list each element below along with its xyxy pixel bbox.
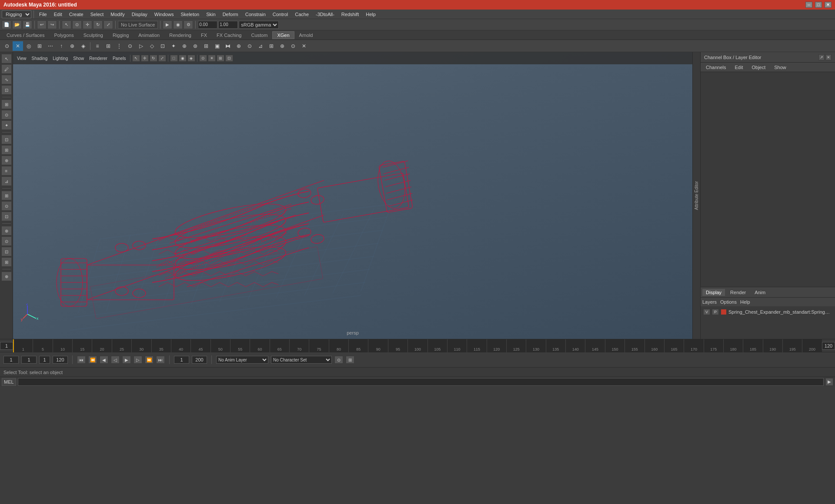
transform-btn[interactable]: ⊞	[1, 145, 12, 155]
play-back-btn[interactable]: ◁	[111, 356, 120, 364]
xgen-icon1[interactable]: ≡	[92, 41, 103, 51]
shelf-icon1[interactable]: ⊙	[2, 41, 12, 51]
step-back-btn[interactable]: ⏪	[88, 356, 97, 364]
playhead[interactable]	[13, 339, 14, 352]
range-end-input[interactable]	[192, 356, 207, 364]
current-frame-input[interactable]	[21, 356, 37, 364]
value1-input[interactable]	[198, 21, 217, 29]
sub-frame-input[interactable]	[39, 356, 50, 364]
shelf-icon5[interactable]: ⋯	[45, 41, 56, 51]
vp-wireframe-btn[interactable]: □	[170, 55, 178, 62]
render-settings-btn[interactable]: ⚙	[184, 20, 193, 29]
scale-tool-btn[interactable]: ⤢	[104, 20, 113, 29]
vp-select-btn[interactable]: ↖	[132, 55, 140, 62]
ipr-btn[interactable]: ◉	[173, 20, 183, 29]
close-button[interactable]: ✕	[825, 2, 832, 8]
misc-btn3[interactable]: ⊡	[1, 247, 12, 256]
vp-panels-menu[interactable]: Panels	[110, 56, 128, 61]
layer-tab-render[interactable]: Render	[727, 289, 749, 296]
menu-windows[interactable]: Windows	[151, 11, 177, 18]
menu-3dto[interactable]: -3DtoAll-	[313, 11, 337, 18]
mel-submit-btn[interactable]: ▶	[825, 378, 833, 386]
xform-btn[interactable]: ⊿	[1, 176, 12, 186]
tab-sculpting[interactable]: Sculpting	[79, 31, 108, 39]
move-tool-btn[interactable]: ✛	[83, 20, 92, 29]
pivot-btn[interactable]: ⊕	[1, 156, 12, 165]
step-forward-btn[interactable]: ⏩	[145, 356, 154, 364]
layer-menu-help[interactable]: Help	[740, 299, 750, 305]
menu-skeleton[interactable]: Skeleton	[177, 11, 202, 18]
vp-renderer-menu[interactable]: Renderer	[87, 56, 110, 61]
shelf-icon8[interactable]: ◈	[78, 41, 88, 51]
tab-rendering[interactable]: Rendering	[164, 31, 196, 39]
menu-help[interactable]: Help	[363, 11, 379, 18]
xgen-icon10[interactable]: ⊛	[190, 41, 200, 51]
magnet-btn[interactable]: ⊙	[1, 110, 12, 119]
xgen-icon20[interactable]: ✕	[299, 41, 309, 51]
save-scene-btn[interactable]: 💾	[23, 20, 32, 29]
layer-color-swatch[interactable]	[721, 309, 727, 315]
tab-rigging[interactable]: Rigging	[108, 31, 134, 39]
render-btn[interactable]: ▶	[163, 20, 172, 29]
rotate-tool-btn[interactable]: ↻	[93, 20, 103, 29]
tab-xgen[interactable]: XGen	[272, 31, 294, 39]
xgen-icon13[interactable]: ⧓	[223, 41, 233, 51]
menu-constrain[interactable]: Constrain	[242, 11, 269, 18]
timeline[interactable]: 1 5 10 15 20 25 30 35 40 45 50 55 60 65 …	[0, 339, 835, 352]
menu-modify[interactable]: Modify	[107, 11, 127, 18]
menu-cache[interactable]: Cache	[292, 11, 312, 18]
timeline-start-input[interactable]	[0, 342, 13, 350]
viewport-3d[interactable]: View Shading Lighting Show Renderer Pane…	[13, 52, 692, 339]
misc-btn[interactable]: ⊕	[1, 226, 12, 235]
curve-btn[interactable]: ∿	[1, 75, 12, 84]
vp-rotate-btn[interactable]: ↻	[150, 55, 157, 62]
shelf-icon6[interactable]: ↑	[56, 41, 67, 51]
xgen-icon6[interactable]: ◇	[147, 41, 157, 51]
layer-tab-display[interactable]: Display	[702, 289, 725, 296]
play-forward-btn[interactable]: ▶	[122, 356, 131, 364]
shelf-icon3[interactable]: ◎	[23, 41, 34, 51]
lasso-tool-btn[interactable]: ⊙	[72, 20, 82, 29]
cb-float-btn[interactable]: ↗	[818, 54, 825, 60]
vp-cam-btn[interactable]: ⊙	[199, 55, 207, 62]
go-to-start-btn[interactable]: ⏮	[77, 356, 86, 364]
char-set-btn2[interactable]: ⊞	[346, 356, 354, 364]
layer-tab-anim[interactable]: Anim	[751, 289, 769, 296]
frame-start-left[interactable]	[3, 356, 19, 364]
menu-control[interactable]: Control	[270, 11, 291, 18]
region-btn[interactable]: ⊡	[1, 135, 12, 144]
anim-layer-select[interactable]: No Anim Layer	[216, 356, 268, 364]
menu-deform[interactable]: Deform	[220, 11, 241, 18]
tab-curves-surfaces[interactable]: Curves / Surfaces	[2, 31, 49, 39]
shelf-icon7[interactable]: ⊕	[67, 41, 77, 51]
minimize-button[interactable]: ─	[805, 2, 812, 8]
misc-btn2[interactable]: ⊙	[1, 236, 12, 246]
range-start-input[interactable]	[174, 356, 189, 364]
cv-btn[interactable]: ✦	[1, 120, 12, 130]
blend-btn[interactable]: ⊞	[1, 191, 12, 200]
xgen-icon18[interactable]: ⊕	[277, 41, 287, 51]
select-mode-btn[interactable]: ↖	[1, 54, 12, 63]
cb-tab-show[interactable]: Show	[771, 64, 790, 71]
value2-input[interactable]	[218, 21, 238, 29]
xgen-icon3[interactable]: ⋮	[114, 41, 124, 51]
layer-visibility-btn[interactable]: V	[703, 309, 710, 315]
cb-tab-edit[interactable]: Edit	[731, 64, 746, 71]
misc-btn5[interactable]: ⊕	[1, 272, 12, 281]
layer-menu-options[interactable]: Options	[720, 299, 737, 305]
tab-polygons[interactable]: Polygons	[49, 31, 78, 39]
workspace-dropdown[interactable]: Rigging	[2, 10, 31, 18]
xgen-icon2[interactable]: ⊞	[103, 41, 114, 51]
sym-btn[interactable]: ≡	[1, 166, 12, 176]
vp-smooth-btn[interactable]: ◉	[179, 55, 187, 62]
xgen-icon11[interactable]: ⊞	[201, 41, 211, 51]
xgen-icon15[interactable]: ⊙	[244, 41, 255, 51]
select-tool-btn[interactable]: ↖	[62, 20, 71, 29]
prev-frame-btn[interactable]: ◀	[100, 356, 108, 364]
menu-select[interactable]: Select	[87, 11, 107, 18]
restore-button[interactable]: □	[815, 2, 822, 8]
xgen-icon5[interactable]: ▷	[136, 41, 146, 51]
skin-btn[interactable]: ⊙	[1, 201, 12, 211]
vp-view-menu[interactable]: View	[15, 56, 29, 61]
snap-btn[interactable]: ⊞	[1, 99, 12, 109]
